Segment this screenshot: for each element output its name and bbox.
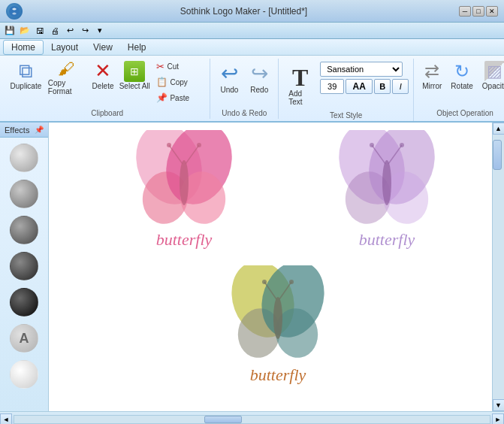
butterfly-earth[interactable]: butterfly bbox=[218, 265, 338, 385]
menu-bar: Home Layout View Help bbox=[0, 39, 504, 56]
mirror-button[interactable]: ⇄ Mirror bbox=[418, 59, 445, 92]
qa-undo-button[interactable]: ↩ bbox=[63, 24, 77, 38]
clipboard-group-label: Clipboard bbox=[91, 109, 123, 117]
effect-item-4[interactable] bbox=[10, 252, 38, 280]
butterfly-pink-svg bbox=[124, 130, 244, 235]
qa-save-button[interactable]: 🖫 bbox=[33, 24, 47, 38]
qa-open-button[interactable]: 📂 bbox=[18, 24, 32, 38]
aa-button[interactable]: AA bbox=[346, 79, 373, 94]
opacity-button[interactable]: ▨ Opacity bbox=[478, 59, 504, 92]
font-size-input[interactable] bbox=[320, 79, 344, 94]
paste-button[interactable]: 📌 Paste bbox=[152, 90, 205, 105]
close-button[interactable]: ✕ bbox=[486, 6, 498, 17]
text-style-group-label: Text Style bbox=[330, 111, 362, 120]
object-operation-buttons: ⇄ Mirror ↻ Rotate ▨ Opacity bbox=[418, 59, 504, 92]
scroll-left-button[interactable]: ◄ bbox=[0, 413, 12, 425]
effects-header: Effects 📌 bbox=[0, 123, 48, 138]
delete-icon: ✕ bbox=[95, 61, 111, 80]
undo-redo-group-label: Undo & Redo bbox=[222, 109, 267, 117]
canvas-area[interactable]: butterfly bbox=[49, 123, 492, 411]
svg-point-5 bbox=[180, 160, 189, 205]
rotate-button[interactable]: ↻ Rotate bbox=[447, 59, 476, 92]
menu-home[interactable]: Home bbox=[3, 40, 44, 55]
cut-button[interactable]: ✂ Cut bbox=[152, 59, 205, 74]
window-controls: ─ □ ✕ bbox=[459, 6, 498, 17]
app-title: Sothink Logo Maker - [Untitled*] bbox=[29, 6, 459, 17]
duplicate-icon: ⧉ bbox=[19, 61, 33, 80]
quick-access-toolbar: 💾 📂 🖫 🖨 ↩ ↪ ▾ bbox=[0, 23, 504, 39]
font-row: Sansation bbox=[320, 62, 409, 77]
butterfly-purple[interactable]: butterfly bbox=[327, 130, 447, 250]
svg-point-26 bbox=[262, 280, 267, 284]
undo-redo-buttons: ↩ Undo ↪ Redo bbox=[215, 59, 273, 96]
maximize-button[interactable]: □ bbox=[472, 6, 484, 17]
main-area: Effects 📌 A bbox=[0, 123, 504, 411]
effect-item-3[interactable] bbox=[10, 216, 38, 244]
select-all-button[interactable]: ⊞ Select All bbox=[118, 59, 151, 92]
redo-icon: ↪ bbox=[251, 61, 268, 86]
undo-button[interactable]: ↩ Undo bbox=[215, 59, 243, 96]
mirror-icon: ⇄ bbox=[424, 61, 439, 82]
effect-item-A[interactable]: A bbox=[10, 324, 38, 353]
delete-label: Delete bbox=[92, 82, 114, 90]
minimize-button[interactable]: ─ bbox=[459, 6, 471, 17]
effect-item-5[interactable] bbox=[10, 288, 38, 316]
redo-label: Redo bbox=[250, 86, 268, 94]
horizontal-scrollbar: ◄ ► bbox=[0, 411, 504, 424]
effects-panel: Effects 📌 A bbox=[0, 123, 49, 411]
copy-format-button[interactable]: 🖌 Copy Format bbox=[44, 59, 88, 98]
undo-label: Undo bbox=[220, 86, 238, 94]
butterfly-pink[interactable]: butterfly bbox=[124, 130, 244, 250]
title-bar: Sothink Logo Maker - [Untitled*] ─ □ ✕ bbox=[0, 0, 504, 23]
duplicate-button[interactable]: ⧉ Duplicate bbox=[9, 59, 43, 92]
qa-dropdown-button[interactable]: ▾ bbox=[93, 24, 107, 38]
copy-icon: 📋 bbox=[156, 77, 167, 87]
clipboard-top-buttons: ⧉ Duplicate 🖌 Copy Format ✕ Delete ⊞ Sel… bbox=[9, 59, 205, 105]
cut-label: Cut bbox=[167, 62, 179, 71]
svg-point-8 bbox=[167, 143, 171, 147]
effect-item-1[interactable] bbox=[10, 144, 38, 172]
opacity-label: Opacity bbox=[482, 82, 504, 90]
copy-button[interactable]: 📋 Copy bbox=[152, 74, 205, 89]
copy-label: Copy bbox=[170, 78, 187, 86]
svg-point-27 bbox=[289, 280, 294, 284]
duplicate-label: Duplicate bbox=[11, 82, 42, 90]
bold-button[interactable]: B bbox=[374, 79, 391, 94]
add-text-button[interactable]: T Add Text bbox=[283, 62, 317, 110]
app-logo bbox=[6, 3, 23, 20]
font-dropdown[interactable]: Sansation bbox=[320, 62, 403, 77]
add-text-label: Add Text bbox=[288, 89, 312, 106]
effects-title: Effects bbox=[5, 126, 29, 135]
scroll-down-button[interactable]: ▼ bbox=[493, 399, 505, 411]
qa-print-button[interactable]: 🖨 bbox=[48, 24, 62, 38]
scroll-right-button[interactable]: ► bbox=[492, 413, 504, 425]
vertical-scrollbar: ▲ ▼ bbox=[492, 123, 504, 411]
scroll-up-button[interactable]: ▲ bbox=[493, 123, 505, 135]
menu-help[interactable]: Help bbox=[120, 41, 154, 54]
svg-point-14 bbox=[382, 160, 391, 205]
effects-items: A bbox=[0, 138, 48, 395]
effect-item-2[interactable] bbox=[10, 180, 38, 208]
italic-button[interactable]: I bbox=[392, 79, 409, 94]
menu-layout[interactable]: Layout bbox=[44, 41, 86, 54]
cut-copy-paste-stack: ✂ Cut 📋 Copy 📌 Paste bbox=[152, 59, 205, 105]
mirror-label: Mirror bbox=[422, 82, 442, 90]
canvas-content: butterfly bbox=[49, 123, 492, 411]
horizontal-scroll-thumb[interactable] bbox=[204, 416, 242, 423]
select-all-icon: ⊞ bbox=[124, 61, 145, 82]
qa-redo-button[interactable]: ↪ bbox=[78, 24, 92, 38]
effects-pin-icon[interactable]: 📌 bbox=[35, 126, 44, 134]
redo-button[interactable]: ↪ Redo bbox=[245, 59, 273, 96]
delete-button[interactable]: ✕ Delete bbox=[89, 59, 116, 92]
paste-label: Paste bbox=[170, 94, 189, 102]
horizontal-scroll-track[interactable] bbox=[14, 415, 490, 424]
vertical-scroll-thumb[interactable] bbox=[493, 140, 502, 170]
butterfly-earth-svg bbox=[218, 265, 338, 371]
undo-icon: ↩ bbox=[221, 61, 238, 86]
menu-view[interactable]: View bbox=[86, 41, 120, 54]
opacity-icon: ▨ bbox=[484, 61, 504, 82]
ribbon-group-object-operation: ⇄ Mirror ↻ Rotate ▨ Opacity Object Opera… bbox=[414, 59, 504, 119]
effect-item-7[interactable] bbox=[10, 360, 38, 389]
qa-new-button[interactable]: 💾 bbox=[3, 24, 17, 38]
ribbon: ⧉ Duplicate 🖌 Copy Format ✕ Delete ⊞ Sel… bbox=[0, 56, 504, 123]
